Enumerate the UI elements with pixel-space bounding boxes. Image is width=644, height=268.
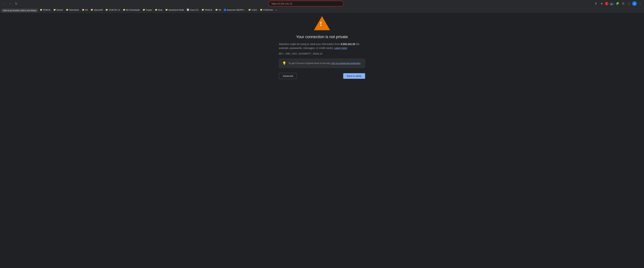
bookmark-label: Openstack xyxy=(69,9,79,11)
bookmark-label: Crypto xyxy=(146,9,152,11)
bookmark-label: CCIE DC v2 xyxy=(109,9,120,11)
toolbar-right: ⬆ ★ ! 📺 🧩 ☰ □ A ⋮ xyxy=(593,1,642,6)
bookmark-ccna-dev[interactable]: 📁 CCNA Dev xyxy=(259,8,274,12)
folder-icon: 📁 xyxy=(215,9,218,11)
bookmark-label: Cisco CC xyxy=(190,9,199,11)
bookmark-k8-2[interactable]: 📁 K8 xyxy=(214,8,222,12)
bookmark-pihole[interactable]: 📁 PIHOLE xyxy=(200,8,214,12)
error-code: NET::ERR_CERT_AUTHORITY_INVALID xyxy=(279,52,365,55)
lightbulb-icon: 💡 xyxy=(282,61,286,65)
bookmark-label: Awesome WEATH... xyxy=(227,9,246,11)
bookmark-label: K8 xyxy=(85,9,88,11)
forward-button[interactable]: → xyxy=(8,1,12,6)
folder-icon: 📁 xyxy=(202,9,204,11)
main-content: Your connection is not private Attackers… xyxy=(0,13,644,83)
bookmark-label: RHSCA xyxy=(43,9,50,11)
folder-icon: 📁 xyxy=(123,9,126,11)
bookmark-rhsca[interactable]: 📁 RHSCA xyxy=(39,8,52,12)
tab-search-button[interactable]: ☰ xyxy=(621,1,626,6)
bookmark-label: BU Downloads xyxy=(126,9,140,11)
bookmark-crypto[interactable]: 📁 Crypto xyxy=(142,8,153,12)
bookmark-label: CCNA Dev xyxy=(263,9,273,11)
bookmark-label: Docker xyxy=(56,9,63,11)
bookmark-label: Openshift xyxy=(94,9,102,11)
error-ip-address: 3.232.141.23 xyxy=(340,43,355,46)
address-bar[interactable]: https://3.232.141.23 xyxy=(268,1,344,7)
bookmark-boat[interactable]: 📁 Boat xyxy=(154,8,164,12)
back-button[interactable]: ← xyxy=(2,1,6,6)
bookmark-hacks[interactable]: 📁 Hacks xyxy=(2,8,13,12)
reload-button[interactable]: ↻ xyxy=(14,1,19,6)
bookmark-cisco[interactable]: 📁 Cisco xyxy=(28,8,38,12)
red-circle-badge: ! xyxy=(605,2,608,6)
bookmark-label: CLEU xyxy=(252,9,257,11)
bookmark-cleu[interactable]: 📁 CLEU xyxy=(247,8,258,12)
bookmark-label: Hackintosh Build xyxy=(168,9,184,11)
awesome-icon xyxy=(224,9,226,11)
extensions-button[interactable]: 🧩 xyxy=(615,1,620,6)
bookmark-label: K8 xyxy=(218,9,221,11)
bookmark-docker[interactable]: 📁 Docker xyxy=(52,8,64,12)
warning-triangle-icon xyxy=(314,16,330,30)
folder-icon: 📁 xyxy=(143,9,145,11)
folder-icon: 📁 xyxy=(14,9,17,11)
folder-icon: 📁 xyxy=(53,9,56,11)
bookmarks-bar: 📁 Hacks 📁 Scripting 📁 Cisco 📁 RHSCA 📁 Do… xyxy=(0,7,644,13)
enhanced-protection-link[interactable]: turn on enhanced protection xyxy=(331,62,360,65)
folder-icon: 📁 xyxy=(29,9,31,11)
folder-icon: 📁 xyxy=(82,9,84,11)
bookmark-label: Scripting xyxy=(18,9,26,11)
profile-button[interactable]: A xyxy=(632,1,637,6)
share-button[interactable]: ⬆ xyxy=(593,1,598,6)
security-tip-text: To get Chrome's highest level of securit… xyxy=(288,62,360,65)
folder-icon: 📁 xyxy=(106,9,108,11)
error-title: Your connection is not private xyxy=(296,35,348,39)
bookmark-scripting[interactable]: 📁 Scripting xyxy=(13,8,27,12)
bookmark-ccie-dc[interactable]: 📁 CCIE DC v2 xyxy=(104,8,121,12)
cast-button[interactable]: 📺 xyxy=(609,1,614,6)
security-tip-box: 💡 To get Chrome's highest level of secur… xyxy=(279,59,365,68)
url-display: https://3.232.141.23 xyxy=(272,2,292,5)
bookmark-bu-downloads[interactable]: 📁 BU Downloads xyxy=(122,8,141,12)
error-container: Your connection is not private Attackers… xyxy=(275,13,369,83)
bookmark-openshift[interactable]: 📁 Openshift xyxy=(89,8,104,12)
folder-icon: 📁 xyxy=(165,9,168,11)
toolbar: ← → ↻ Click to go forward, hold to see h… xyxy=(0,0,644,7)
back-to-safety-button[interactable]: Back to safety xyxy=(343,73,365,79)
advanced-button[interactable]: Advanced xyxy=(279,73,297,79)
folder-icon: 📁 xyxy=(3,9,5,11)
folder-icon: 📁 xyxy=(248,9,251,11)
bookmark-awesome-weath[interactable]: Awesome WEATH... xyxy=(223,8,247,12)
learn-more-link[interactable]: Learn more xyxy=(334,47,347,50)
bookmark-label: PIHOLE xyxy=(205,9,212,11)
menu-button[interactable]: ⋮ xyxy=(638,1,642,6)
folder-icon: 📁 xyxy=(260,9,262,11)
error-description: Attackers might be trying to steal your … xyxy=(279,42,365,50)
bookmark-openstack[interactable]: 📁 Openstack xyxy=(65,8,80,12)
bookmark-hackintosh[interactable]: 📁 Hackintosh Build xyxy=(164,8,185,12)
bookmark-star-button[interactable]: ★ xyxy=(599,1,604,6)
bookmark-cisco-cc[interactable]: 🔄 Cisco CC xyxy=(186,8,200,12)
address-bar-wrapper: https://3.232.141.23 xyxy=(20,1,592,7)
folder-icon: 📁 xyxy=(155,9,158,11)
folder-icon: 📁 xyxy=(90,9,93,11)
bookmarks-more-button[interactable]: » xyxy=(275,8,278,12)
bookmark-label: Cisco xyxy=(32,9,37,11)
folder-icon: 📁 xyxy=(66,9,68,11)
bookmark-label: Hacks xyxy=(6,9,12,11)
bookmark-label: Boat xyxy=(158,9,162,11)
minimize-button[interactable]: □ xyxy=(626,1,632,6)
refresh-icon: 🔄 xyxy=(187,9,189,11)
folder-icon: 📁 xyxy=(40,9,42,11)
bookmark-k8[interactable]: 📁 K8 xyxy=(81,8,89,12)
description-prefix: Attackers might be trying to steal your … xyxy=(279,43,340,46)
action-buttons: Advanced Back to safety xyxy=(279,73,365,79)
security-tip-prefix: To get Chrome's highest level of securit… xyxy=(288,62,331,65)
